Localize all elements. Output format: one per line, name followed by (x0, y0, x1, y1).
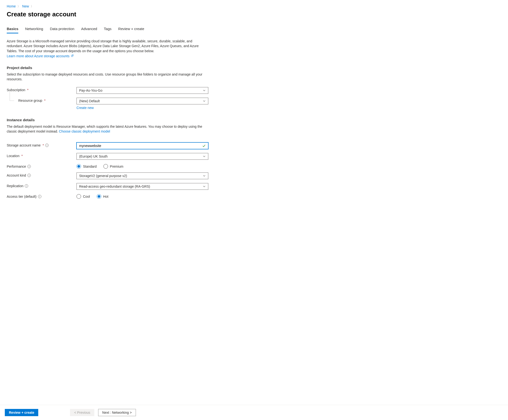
resource-group-select[interactable]: (New) Default (76, 98, 208, 105)
chevron-down-icon (203, 155, 206, 158)
tab-review-create[interactable]: Review + create (118, 27, 144, 33)
storage-account-name-input[interactable] (76, 142, 208, 149)
instance-details-help: The default deployment model is Resource… (7, 124, 206, 134)
classic-deployment-link[interactable]: Choose classic deployment model (59, 129, 110, 133)
info-icon[interactable]: i (27, 165, 31, 168)
instance-details-heading: Instance details (7, 118, 501, 122)
account-kind-select[interactable]: StorageV2 (general purpose v2) (76, 172, 208, 179)
intro-text: Azure Storage is a Microsoft-managed ser… (7, 39, 206, 59)
access-tier-radio-group: Cool Hot (76, 194, 208, 199)
breadcrumb-home[interactable]: Home (7, 4, 16, 8)
tab-networking[interactable]: Networking (25, 27, 43, 33)
checkmark-icon (202, 144, 206, 147)
info-icon[interactable]: i (38, 195, 41, 198)
breadcrumb: Home 〉 New 〉 (7, 4, 501, 8)
info-icon[interactable]: i (27, 174, 31, 177)
project-details-help: Select the subscription to manage deploy… (7, 72, 206, 82)
replication-label: Replication i (7, 183, 76, 188)
chevron-right-icon: 〉 (31, 5, 33, 8)
learn-more-link[interactable]: Learn more about Azure storage accounts (7, 54, 74, 58)
tab-data-protection[interactable]: Data protection (50, 27, 74, 33)
tabs: Basics Networking Data protection Advanc… (7, 27, 501, 33)
location-select[interactable]: (Europe) UK South (76, 153, 208, 160)
account-kind-label: Account kind i (7, 172, 76, 177)
project-details-heading: Project details (7, 66, 501, 70)
replication-select[interactable]: Read-access geo-redundant storage (RA-GR… (76, 183, 208, 190)
chevron-down-icon (203, 185, 206, 188)
performance-label: Performance i (7, 164, 76, 168)
info-icon[interactable]: i (45, 144, 49, 147)
performance-premium-radio[interactable]: Premium (104, 164, 123, 169)
access-tier-cool-radio[interactable]: Cool (76, 194, 90, 199)
performance-standard-radio[interactable]: Standard (76, 164, 97, 169)
page-title: Create storage account (7, 11, 501, 18)
chevron-down-icon (203, 174, 206, 177)
storage-account-name-label: Storage account name* i (7, 142, 76, 147)
tab-tags[interactable]: Tags (104, 27, 112, 33)
resource-group-label: Resource group* (7, 98, 76, 103)
access-tier-label: Access tier (default) i (7, 194, 76, 198)
breadcrumb-new[interactable]: New (22, 4, 29, 8)
subscription-label: Subscription* (7, 87, 76, 92)
tab-advanced[interactable]: Advanced (81, 27, 97, 33)
info-icon[interactable]: i (25, 184, 28, 188)
chevron-down-icon (203, 89, 206, 92)
access-tier-hot-radio[interactable]: Hot (97, 194, 108, 199)
chevron-down-icon (203, 100, 206, 103)
external-link-icon (71, 53, 74, 56)
tab-basics[interactable]: Basics (7, 27, 18, 33)
create-new-rg-link[interactable]: Create new (76, 106, 208, 110)
performance-radio-group: Standard Premium (76, 164, 208, 169)
subscription-select[interactable]: Pay-As-You-Go (76, 87, 208, 94)
location-label: Location* (7, 153, 76, 158)
chevron-right-icon: 〉 (18, 5, 20, 8)
